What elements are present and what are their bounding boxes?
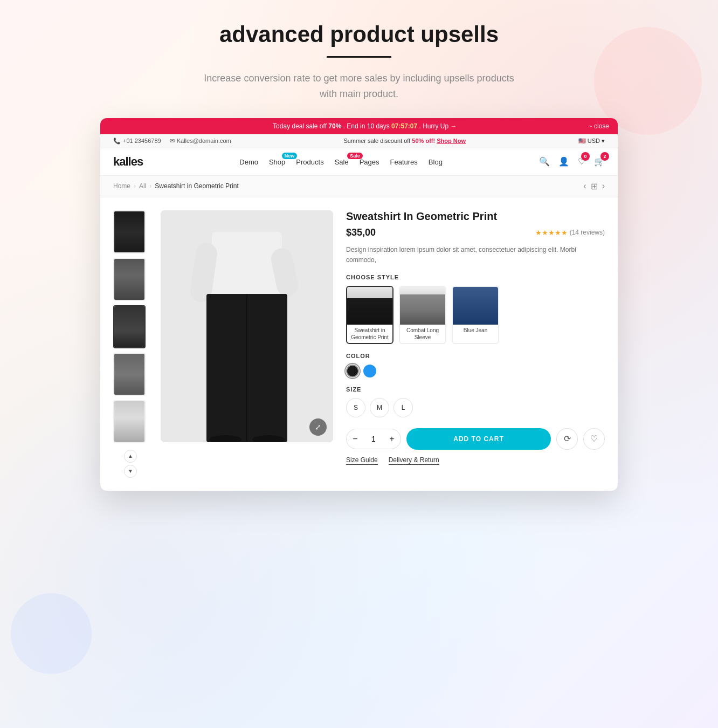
nav-icons: 🔍 👤 ♡ 0 🛒 2 [539, 156, 605, 167]
nav-link-products[interactable]: Products [296, 158, 323, 166]
wishlist-count: 0 [581, 152, 590, 161]
nav-links: Demo Shop New Products Sale Sale Pages F… [239, 157, 443, 167]
size-option-s[interactable]: S [346, 398, 365, 417]
add-to-cart-button[interactable]: ADD TO CART [406, 428, 551, 450]
quantity-increase-button[interactable]: + [383, 429, 401, 449]
next-product-button[interactable]: › [602, 181, 605, 191]
thumbnail-4[interactable] [113, 353, 146, 396]
thumbnail-next-button[interactable]: ▼ [124, 465, 137, 478]
product-price: $35,00 [346, 227, 376, 238]
promo-text: Today deal sale off 70% . End in 10 days… [273, 122, 457, 130]
thumbnail-1[interactable] [113, 210, 146, 253]
title-divider [327, 56, 391, 58]
wishlist-button[interactable]: ♡ 0 [578, 156, 585, 167]
style-option-1[interactable]: Combat Long Sleeve [399, 286, 446, 344]
cart-button[interactable]: 🛒 2 [594, 156, 605, 167]
cart-count: 2 [600, 152, 609, 161]
promo-days: 10 days [367, 122, 390, 130]
promo-discount: 70% [328, 122, 341, 130]
main-image-content [161, 210, 333, 442]
size-option-l[interactable]: L [393, 398, 413, 417]
promo-hurry: . Hurry Up → [419, 122, 457, 130]
nav-item-demo[interactable]: Demo [239, 157, 258, 167]
grid-view-button[interactable]: ⊞ [591, 181, 598, 191]
product-links: Size Guide Delivery & Return [346, 456, 605, 465]
page-title: advanced product upsells [197, 22, 521, 47]
thumbnail-2[interactable] [113, 258, 146, 301]
size-label: SIZE [346, 386, 605, 393]
quantity-control: − 1 + [346, 429, 401, 449]
svg-rect-1 [212, 232, 282, 302]
prev-product-button[interactable]: ‹ [583, 181, 586, 191]
promo-bar: Today deal sale off 70% . End in 10 days… [100, 118, 618, 134]
promo-close-button[interactable]: ~ close [589, 122, 609, 130]
style-image-1 [400, 287, 445, 325]
main-nav: kalles Demo Shop New Products Sale Sale … [100, 148, 618, 176]
size-guide-link[interactable]: Size Guide [346, 456, 378, 465]
currency-selector[interactable]: 🇺🇸 USD ▾ [578, 138, 605, 145]
style-label-1: Combat Long Sleeve [400, 325, 445, 343]
color-option-black[interactable] [346, 365, 359, 377]
phone-number: +01 23456789 [123, 138, 161, 144]
email-info: ✉ Kalles@domain.com [170, 138, 231, 145]
nav-item-blog[interactable]: Blog [429, 157, 443, 167]
search-button[interactable]: 🔍 [539, 156, 550, 167]
nav-link-blog[interactable]: Blog [429, 158, 443, 166]
style-option-2[interactable]: Blue Jean [452, 286, 499, 344]
thumbnail-5[interactable] [113, 400, 146, 443]
breadcrumb-current: Sweatshirt in Geometric Print [155, 182, 238, 190]
summer-sale-info: Summer sale discount off 50% off! Shop N… [343, 138, 466, 144]
product-title: Sweatshirt In Geometric Print [346, 210, 605, 223]
nav-item-sale[interactable]: Sale Sale [335, 157, 349, 167]
info-bar: 📞 +01 23456789 ✉ Kalles@domain.com Summe… [100, 134, 618, 148]
size-option-m[interactable]: M [370, 398, 389, 417]
email-address: Kalles@domain.com [177, 138, 231, 144]
nav-link-sale[interactable]: Sale [335, 158, 349, 166]
breadcrumb-nav: ‹ ⊞ › [583, 181, 605, 191]
sale-text: Summer sale discount off [343, 138, 410, 144]
style-label-0: Sweatshirt inGeometric Print [347, 325, 392, 343]
zoom-button[interactable]: ⤢ [309, 418, 327, 436]
nav-link-demo[interactable]: Demo [239, 158, 258, 166]
promo-timer: 07:57:07 [391, 122, 417, 130]
nav-item-features[interactable]: Features [390, 157, 418, 167]
nav-link-features[interactable]: Features [390, 158, 418, 166]
compare-button[interactable]: ⟳ [556, 428, 578, 450]
thumbnail-3[interactable] [113, 305, 146, 348]
phone-info: 📞 +01 23456789 [113, 138, 161, 145]
breadcrumb-sep-1: › [134, 182, 136, 190]
breadcrumb-sep-2: › [149, 182, 151, 190]
breadcrumb-home[interactable]: Home [113, 182, 130, 190]
thumbnail-prev-button[interactable]: ▲ [124, 450, 137, 463]
color-option-blue[interactable] [363, 365, 376, 377]
breadcrumb: Home › All › Sweatshirt in Geometric Pri… [113, 182, 239, 190]
nav-link-shop[interactable]: Shop [269, 158, 285, 166]
delivery-return-link[interactable]: Delivery & Return [389, 456, 439, 465]
nav-item-pages[interactable]: Pages [360, 157, 379, 167]
account-button[interactable]: 👤 [558, 156, 569, 167]
breadcrumb-bar: Home › All › Sweatshirt in Geometric Pri… [100, 176, 618, 197]
product-thumbnails: ▲ ▼ [113, 210, 148, 478]
nav-badge-new: New [282, 153, 298, 159]
promo-end-label: . End in [343, 122, 365, 130]
style-option-0[interactable]: Sweatshirt inGeometric Print [346, 286, 393, 344]
cart-row: − 1 + ADD TO CART ⟳ ♡ [346, 428, 605, 450]
page-header: advanced product upsells Increase conver… [197, 22, 521, 102]
style-label-2: Blue Jean [453, 325, 498, 336]
browser-window: Today deal sale off 70% . End in 10 days… [100, 118, 618, 491]
style-options: Sweatshirt inGeometric Print Combat Long… [346, 286, 605, 344]
nav-item-shop[interactable]: Shop New [269, 157, 285, 167]
quantity-decrease-button[interactable]: − [347, 429, 364, 449]
product-price-row: $35,00 ★★★★★ (14 reviews) [346, 227, 605, 238]
color-options [346, 365, 605, 377]
shop-now-link[interactable]: Shop Now [437, 138, 466, 144]
product-description: Design inspiration lorem ipsum dolor sit… [346, 245, 605, 265]
nav-link-pages[interactable]: Pages [360, 158, 379, 166]
site-logo[interactable]: kalles [113, 155, 143, 169]
nav-item-products[interactable]: Products [296, 157, 323, 167]
product-section: ▲ ▼ [100, 197, 618, 491]
breadcrumb-all[interactable]: All [139, 182, 146, 190]
choose-style-label: CHOOSE STYLE [346, 274, 605, 280]
product-illustration [161, 210, 333, 442]
wishlist-add-button[interactable]: ♡ [583, 428, 605, 450]
